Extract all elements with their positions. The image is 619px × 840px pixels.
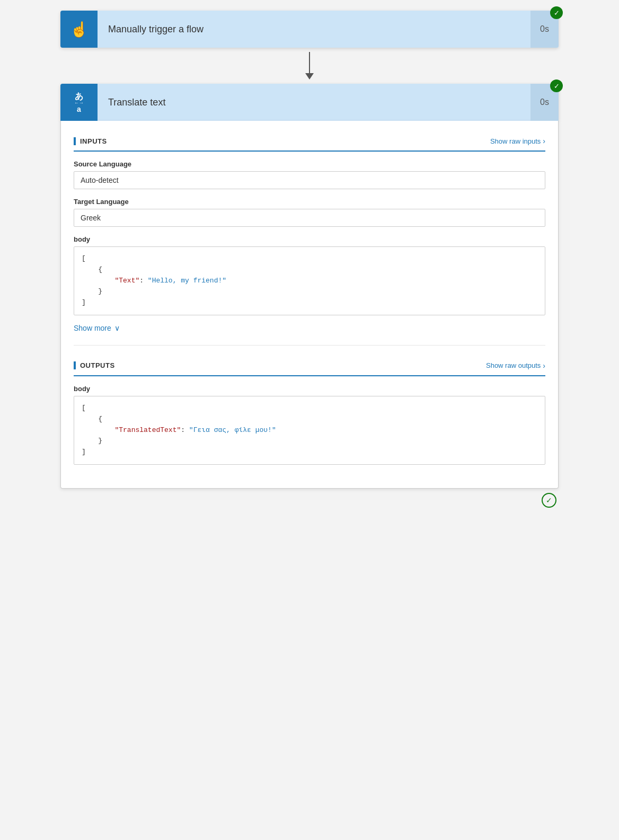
show-more-button[interactable]: Show more ∨: [74, 324, 545, 332]
show-more-label: Show more: [74, 324, 111, 332]
section-divider: [74, 345, 545, 346]
outputs-label: OUTPUTS: [74, 361, 115, 369]
translate-success-badge: ✓: [550, 79, 563, 92]
bottom-check-icon: ✓: [542, 493, 556, 508]
out-code-translated-field: "TranslatedText": "Γεια σας, φίλε μου!": [82, 425, 537, 436]
out-code-key-translated: "TranslatedText": [114, 426, 181, 434]
trigger-step-header[interactable]: ☝ Manually trigger a flow 0s: [60, 11, 559, 48]
show-raw-outputs-button[interactable]: Show raw outputs ›: [486, 361, 545, 370]
show-raw-inputs-label: Show raw inputs: [490, 137, 541, 145]
show-more-chevron-icon: ∨: [114, 324, 120, 332]
target-language-field: Target Language Greek: [74, 198, 545, 227]
code-close-bracket: ]: [82, 297, 537, 308]
inputs-section-header: INPUTS Show raw inputs ›: [74, 131, 545, 152]
out-code-open-bracket: [: [82, 403, 537, 414]
translate-icon: あ ←→ a: [60, 84, 98, 121]
translate-step: あ ←→ a Translate text 0s ✓ INPUTS: [60, 84, 559, 489]
out-code-close-brace: }: [82, 436, 537, 447]
trigger-success-badge: ✓: [550, 6, 563, 19]
code-key-text: "Text": [114, 277, 139, 285]
inputs-body-label: body: [74, 235, 545, 243]
out-code-open-brace: {: [82, 414, 537, 425]
arrow-line: [309, 52, 310, 73]
outputs-body-field: body [ { "TranslatedText": "Γεια σας, φί…: [74, 385, 545, 465]
flow-container: ☝ Manually trigger a flow 0s ✓ あ ←→: [16, 11, 603, 512]
out-code-close-bracket: ]: [82, 447, 537, 458]
inputs-label: INPUTS: [74, 137, 107, 145]
inputs-section: INPUTS Show raw inputs › Source Language…: [74, 131, 545, 332]
translate-step-body: INPUTS Show raw inputs › Source Language…: [60, 121, 559, 489]
translate-step-header[interactable]: あ ←→ a Translate text 0s: [60, 84, 559, 121]
translate-title: Translate text: [98, 97, 530, 108]
trigger-step: ☝ Manually trigger a flow 0s ✓: [60, 11, 559, 48]
inputs-body-field: body [ { "Text": "Hello, my friend!" } ]: [74, 235, 545, 315]
source-language-field: Source Language Auto-detect: [74, 160, 545, 189]
source-language-value: Auto-detect: [74, 171, 545, 189]
arrow-connector: [305, 48, 314, 84]
inputs-chevron-icon: ›: [543, 137, 545, 145]
code-open-bracket: [: [82, 253, 537, 264]
target-language-value: Greek: [74, 209, 545, 227]
code-value-hello: "Hello, my friend!": [148, 277, 226, 285]
code-close-brace: }: [82, 286, 537, 297]
trigger-icon: ☝: [60, 11, 98, 48]
out-code-value-greek: "Γεια σας, φίλε μου!": [189, 426, 276, 434]
outputs-section: OUTPUTS Show raw outputs › body [ { "Tra…: [74, 356, 545, 465]
outputs-chevron-icon: ›: [543, 361, 545, 370]
outputs-body-label: body: [74, 385, 545, 393]
hand-icon: ☝: [70, 21, 89, 38]
show-raw-inputs-button[interactable]: Show raw inputs ›: [490, 137, 545, 145]
code-text-field: "Text": "Hello, my friend!": [82, 276, 537, 287]
arrow-head: [305, 73, 314, 79]
show-raw-outputs-label: Show raw outputs: [486, 361, 541, 369]
bottom-badge-area: ✓: [60, 489, 559, 512]
outputs-body-code: [ { "TranslatedText": "Γεια σας, φίλε μο…: [74, 396, 545, 465]
trigger-title: Manually trigger a flow: [98, 24, 530, 35]
code-open-brace: {: [82, 264, 537, 276]
outputs-section-header: OUTPUTS Show raw outputs ›: [74, 356, 545, 376]
target-language-label: Target Language: [74, 198, 545, 206]
translate-icon-glyph: あ ←→ a: [74, 92, 84, 113]
source-language-label: Source Language: [74, 160, 545, 168]
inputs-body-code: [ { "Text": "Hello, my friend!" } ]: [74, 246, 545, 315]
